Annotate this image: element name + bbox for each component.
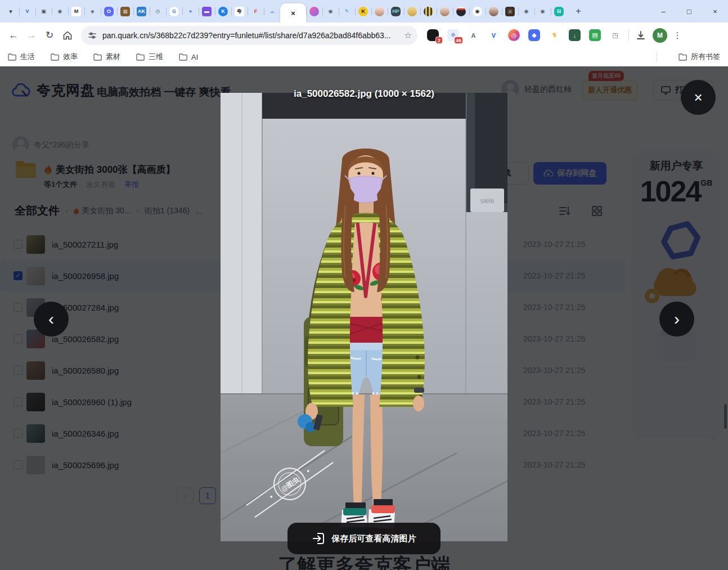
pinned-tab[interactable]: F: [248, 0, 264, 23]
pinned-tab[interactable]: G: [166, 0, 182, 23]
pinned-tab[interactable]: M: [68, 0, 84, 23]
pinned-tab[interactable]: K: [215, 0, 231, 23]
extension-button[interactable]: V: [486, 28, 501, 43]
home-button[interactable]: [59, 26, 77, 44]
pinned-tab[interactable]: [486, 0, 502, 23]
bookmark-label: 素材: [106, 52, 120, 62]
bookmark-folder[interactable]: AI: [179, 52, 198, 62]
pinned-tab[interactable]: ⊞: [551, 0, 567, 23]
pinned-tab[interactable]: ◉: [534, 0, 551, 23]
bookmark-folder[interactable]: 素材: [93, 52, 120, 62]
save-import-icon: [312, 532, 325, 545]
pinned-tab[interactable]: O: [101, 0, 117, 23]
tab-avatar-woman-icon: [489, 7, 498, 16]
pinned-tab[interactable]: ☁: [264, 0, 280, 23]
browser-window: ▾ V ▣ ◉ M ◈: [0, 0, 728, 570]
viewer-save-hint-button[interactable]: 保存后可查看高清图片: [287, 523, 441, 554]
tab-avatar-girl-2-icon: [440, 7, 450, 16]
bookmark-label: AI: [191, 53, 198, 61]
maximize-button[interactable]: □: [676, 0, 702, 23]
pinned-tab[interactable]: [306, 0, 322, 23]
ext-translate-icon: A: [468, 29, 479, 41]
tab-globe-3-icon: ◉: [522, 7, 531, 16]
tab-teal-badge-icon: ⊞: [554, 7, 564, 16]
tab-sound-eye-icon: ◉: [473, 7, 482, 16]
viewer-close-button[interactable]: ×: [681, 80, 716, 115]
window-controls: – □ ×: [650, 0, 728, 23]
extension-button[interactable]: ◳: [608, 28, 623, 43]
viewer-next-button[interactable]: ›: [659, 302, 694, 336]
bookmark-folder[interactable]: 三维: [136, 52, 163, 62]
pinned-tab[interactable]: ▣: [502, 0, 518, 23]
url-text[interactable]: pan.quark.cn/s/368b22c7d239?entry=funlet…: [102, 31, 400, 40]
bookmark-folder[interactable]: 生活: [8, 52, 35, 62]
tab-paintbrush-icon: ✎: [342, 7, 352, 16]
preview-photo[interactable]: siele: [221, 93, 507, 541]
tab-avatar-yellow-icon: [407, 7, 417, 16]
toolbar-divider: [628, 30, 629, 41]
folder-icon: [136, 53, 145, 61]
pinned-tab[interactable]: ◉: [52, 0, 68, 23]
pinned-tab[interactable]: ✎: [339, 0, 355, 23]
pinned-tab[interactable]: ◈: [84, 0, 101, 23]
new-tab-button[interactable]: +: [570, 3, 586, 19]
pinned-tab[interactable]: ▦: [117, 0, 133, 23]
pinned-tab[interactable]: 夸: [231, 0, 248, 23]
tab-crate-icon: ▣: [505, 7, 515, 16]
pinned-tab[interactable]: ◉: [469, 0, 486, 23]
bookmark-folder[interactable]: 效率: [51, 52, 78, 62]
extension-button[interactable]: ❖ 46: [446, 28, 461, 43]
all-bookmarks[interactable]: 所有书签: [678, 52, 720, 62]
extension-button[interactable]: A: [466, 28, 481, 43]
pinned-tab[interactable]: ▬: [199, 0, 215, 23]
extension-button[interactable]: ↯: [547, 28, 562, 43]
pinned-tab[interactable]: AK: [133, 0, 150, 23]
extension-badge: 46: [454, 37, 463, 44]
back-button[interactable]: ←: [5, 26, 23, 44]
extension-button[interactable]: 2: [425, 28, 441, 43]
pinned-tab[interactable]: [404, 0, 420, 23]
minimize-button[interactable]: –: [650, 0, 676, 23]
extension-button[interactable]: ◎: [506, 28, 522, 43]
bookmark-star-icon[interactable]: ☆: [405, 30, 412, 41]
tab-shield-icon: ◈: [88, 7, 97, 16]
bookmarks-bar: 生活 效率 素材 三维 AI: [0, 48, 728, 66]
viewer-prev-button[interactable]: ‹: [34, 302, 69, 336]
extension-button[interactable]: ↓: [567, 28, 582, 43]
extension-button[interactable]: ▤: [587, 28, 603, 43]
tab-globe-2-icon: ◉: [326, 7, 335, 16]
bookmarks-divider: [657, 52, 657, 62]
pinned-tab[interactable]: [420, 0, 437, 23]
pinned-tab[interactable]: V: [19, 0, 35, 23]
tab-clipboard-icon: ▣: [39, 7, 48, 16]
ext-doc-green-icon: ▤: [589, 29, 601, 41]
tab-o-ring-icon: O: [104, 7, 114, 16]
pinned-tab[interactable]: [437, 0, 453, 23]
pinned-tab[interactable]: ◉: [518, 0, 534, 23]
tab-active[interactable]: ×: [280, 3, 306, 23]
extension-button[interactable]: ◆: [527, 28, 542, 43]
pinned-tab[interactable]: [453, 0, 469, 23]
pinned-tab[interactable]: ◷: [150, 0, 166, 23]
pinned-tab[interactable]: HP: [388, 0, 404, 23]
extension-icons: 2 ❖ 46 A V ◎: [425, 28, 623, 43]
pinned-tab[interactable]: ▣: [35, 0, 52, 23]
folder-icon: [93, 53, 102, 61]
folder-icon: [678, 53, 687, 61]
downloads-icon[interactable]: [632, 27, 649, 44]
close-window-button[interactable]: ×: [702, 0, 728, 23]
pinned-tab[interactable]: ●: [182, 0, 199, 23]
tab-gradient-person-icon: [309, 7, 319, 16]
forward-button[interactable]: →: [23, 26, 41, 44]
browser-menu-icon[interactable]: ⋮: [671, 27, 684, 44]
tab-blue-drop-icon: ●: [186, 7, 195, 16]
pinned-tab[interactable]: K: [355, 0, 371, 23]
pinned-tab[interactable]: ◉: [322, 0, 339, 23]
profile-avatar[interactable]: M: [653, 28, 667, 43]
site-settings-icon[interactable]: [88, 31, 97, 40]
tab-search-chevron-icon[interactable]: ▾: [3, 4, 18, 19]
tab-globe-icon: ◉: [55, 7, 65, 16]
reload-button[interactable]: ↻: [41, 26, 59, 44]
url-bar[interactable]: pan.quark.cn/s/368b22c7d239?entry=funlet…: [81, 26, 417, 45]
pinned-tab[interactable]: [371, 0, 388, 23]
